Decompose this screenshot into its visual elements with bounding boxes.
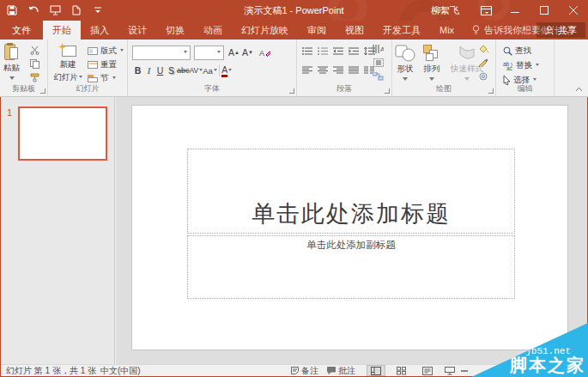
quick-styles-dropdown-arrow (464, 77, 470, 83)
ribbon-display-options-button[interactable] (471, 0, 500, 21)
character-spacing-button[interactable]: AV (190, 64, 203, 76)
align-left-button[interactable] (302, 66, 312, 74)
decrease-indent-button[interactable] (333, 47, 343, 55)
close-button[interactable] (559, 0, 588, 21)
quick-styles-icon (458, 45, 476, 62)
paragraph-dialog-launcher[interactable] (385, 88, 390, 94)
group-label-font: 字体 (128, 83, 296, 94)
arrange-button[interactable]: 排列 (423, 45, 440, 83)
numbering-icon (318, 47, 328, 55)
align-text-button[interactable] (373, 58, 384, 67)
font-name-combo[interactable] (132, 46, 191, 60)
notes-button[interactable]: 备注 (291, 365, 318, 376)
bullets-button[interactable] (302, 47, 312, 55)
underline-button[interactable]: U (155, 64, 166, 76)
maximize-button[interactable] (530, 0, 559, 21)
replace-button[interactable]: abac 替换 (503, 60, 539, 71)
slide-counter[interactable]: 幻灯片 第 1 张，共 1 张 (6, 365, 96, 376)
slide-canvas[interactable]: 单击此处添加标题 单击此处添加副标题 (131, 105, 568, 350)
clear-formatting-button[interactable]: A (259, 46, 270, 58)
minimize-button[interactable] (500, 0, 530, 21)
new-slide-button[interactable]: 新建 幻灯片 (52, 43, 84, 83)
comments-button[interactable]: 批注 (327, 365, 355, 376)
normal-view-button[interactable] (367, 365, 385, 376)
chevron-down-icon (94, 7, 101, 14)
change-case-button[interactable]: Aa (203, 64, 217, 76)
font-size-combo[interactable] (194, 46, 224, 60)
slide-thumbnail-panel[interactable]: 1 (1, 97, 115, 364)
font-color-button[interactable]: A (221, 64, 233, 76)
format-painter-button[interactable] (30, 73, 39, 82)
tab-developer[interactable]: 开发工具 (373, 21, 430, 40)
align-center-button[interactable] (318, 66, 328, 74)
tab-file[interactable]: 文件 (0, 21, 43, 40)
powerpoint-window: 演示文稿1 - PowerPoint 柳絮飞 文件 开始 插入 设计 切换 动画… (0, 0, 588, 377)
bold-button[interactable]: B (132, 64, 143, 76)
tab-home[interactable]: 开始 (43, 21, 81, 40)
text-direction-button[interactable]: A (373, 45, 384, 53)
copy-button[interactable] (30, 59, 39, 69)
group-editing: 查找 abac 替换 选择 编辑 (496, 40, 555, 96)
tab-slideshow[interactable]: 幻灯片放映 (232, 21, 298, 40)
reading-view-icon (422, 367, 433, 375)
tab-review[interactable]: 审阅 (298, 21, 336, 40)
undo-button[interactable] (27, 3, 40, 17)
shape-effects-button[interactable] (478, 72, 489, 81)
ribbon-tab-bar: 文件 开始 插入 设计 切换 动画 幻灯片放映 审阅 视图 开发工具 Mix 告… (0, 21, 588, 40)
strikethrough-button[interactable]: abc (177, 64, 190, 76)
customize-qat-button[interactable] (91, 3, 105, 17)
drawing-dialog-launcher[interactable] (488, 88, 494, 94)
clipboard-dialog-launcher[interactable] (40, 88, 45, 94)
slide-thumbnail-1[interactable] (18, 106, 107, 161)
align-right-button[interactable] (333, 66, 343, 74)
close-icon (569, 6, 578, 15)
account-user-name[interactable]: 柳絮飞 (431, 4, 459, 17)
tab-view[interactable]: 视图 (336, 21, 373, 40)
convert-to-smartart-button[interactable] (373, 72, 384, 81)
group-slides: 新建 幻灯片 版式 重置 节 幻灯片 (48, 40, 128, 96)
save-button[interactable] (5, 3, 19, 17)
tab-design[interactable]: 设计 (118, 21, 156, 40)
align-left-icon (302, 66, 312, 74)
find-button[interactable]: 查找 (503, 46, 531, 57)
shape-outline-button[interactable] (478, 58, 489, 67)
reading-view-button[interactable] (418, 365, 437, 376)
new-document-button[interactable] (70, 3, 83, 17)
tab-transitions[interactable]: 切换 (156, 21, 194, 40)
start-slideshow-button[interactable] (48, 3, 62, 17)
cut-button[interactable] (30, 46, 39, 55)
tab-animations[interactable]: 动画 (194, 21, 232, 40)
font-dialog-launcher[interactable] (289, 88, 294, 94)
shape-fill-button[interactable] (478, 45, 489, 53)
reset-button[interactable]: 重置 (88, 59, 117, 70)
tab-mix[interactable]: Mix (430, 21, 464, 40)
shape-effects-icon (478, 72, 489, 81)
justify-button[interactable] (349, 66, 359, 74)
increase-indent-button[interactable] (349, 47, 359, 55)
normal-view-icon (371, 367, 381, 375)
smartart-icon (373, 72, 384, 81)
group-label-slides: 幻灯片 (48, 83, 127, 94)
slide-sorter-view-button[interactable] (391, 365, 410, 376)
share-button[interactable]: 共享 (536, 22, 585, 38)
zoom-out-button[interactable] (461, 365, 468, 376)
group-label-paragraph: 段落 (297, 83, 391, 94)
slide-number: 1 (7, 107, 12, 118)
paste-button[interactable]: 粘贴 (3, 43, 20, 82)
layout-button[interactable]: 版式 (88, 46, 124, 57)
ribbon-display-options-icon (481, 6, 492, 15)
collapse-ribbon-button[interactable] (575, 87, 583, 92)
language-indicator[interactable]: 中文(中国) (100, 365, 141, 376)
tab-insert[interactable]: 插入 (81, 21, 118, 40)
shapes-dropdown-arrow (403, 77, 408, 83)
paste-icon (4, 43, 19, 61)
title-placeholder[interactable]: 单击此处添加标题 (187, 149, 515, 234)
italic-button[interactable]: I (143, 64, 155, 76)
shapes-button[interactable]: 形状 (395, 45, 415, 83)
shrink-font-button[interactable]: A▼ (242, 46, 253, 58)
slideshow-view-button[interactable] (440, 365, 459, 376)
grow-font-button[interactable]: A▲ (228, 46, 239, 58)
numbering-button[interactable] (318, 47, 328, 55)
text-shadow-button[interactable]: S (166, 64, 177, 76)
subtitle-placeholder[interactable]: 单击此处添加副标题 (187, 235, 515, 299)
